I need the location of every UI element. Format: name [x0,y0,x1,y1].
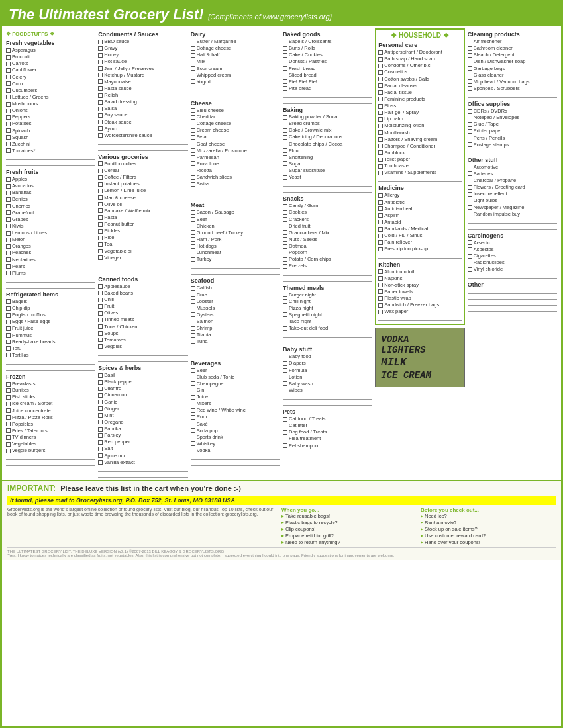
checkbox[interactable] [191,320,195,324]
checkbox[interactable] [468,40,472,44]
checkbox[interactable] [191,53,195,58]
checkbox[interactable] [283,86,287,91]
checkbox[interactable] [283,161,287,166]
checkbox[interactable] [191,217,195,222]
checkbox[interactable] [98,440,103,445]
checkbox[interactable] [98,113,103,118]
checkbox[interactable] [468,205,472,210]
checkbox[interactable] [468,116,472,120]
checkbox[interactable] [6,148,11,153]
checkbox[interactable] [378,64,383,68]
checkbox[interactable] [6,388,11,393]
checkbox[interactable] [6,340,11,344]
checkbox[interactable] [191,122,195,126]
checkbox[interactable] [6,75,11,79]
checkbox[interactable] [6,191,11,195]
checkbox[interactable] [283,66,287,71]
checkbox[interactable] [191,128,195,133]
checkbox[interactable] [6,95,11,99]
checkbox[interactable] [468,267,472,272]
checkbox[interactable] [468,261,472,265]
checkbox[interactable] [191,251,195,255]
checkbox[interactable] [98,400,103,404]
checkbox[interactable] [468,122,472,127]
checkbox[interactable] [468,136,472,140]
checkbox[interactable] [378,276,383,281]
checkbox[interactable] [283,135,287,140]
checkbox[interactable] [98,189,103,193]
checkbox[interactable] [98,93,103,98]
checkbox[interactable] [191,230,195,235]
checkbox[interactable] [283,224,287,228]
checkbox[interactable] [378,310,383,314]
checkbox[interactable] [378,240,383,245]
checkbox[interactable] [98,298,103,302]
checkbox[interactable] [98,344,103,349]
checkbox[interactable] [6,109,11,113]
checkbox[interactable] [6,68,11,73]
checkbox[interactable] [191,408,195,413]
checkbox[interactable] [191,135,195,140]
checkbox[interactable] [191,340,195,344]
checkbox[interactable] [191,257,195,262]
checkbox[interactable] [98,46,103,51]
checkbox[interactable] [6,306,11,311]
checkbox[interactable] [98,433,103,438]
checkbox[interactable] [378,50,383,55]
checkbox[interactable] [378,269,383,274]
checkbox[interactable] [191,428,195,433]
checkbox[interactable] [191,175,195,180]
checkbox[interactable] [191,286,195,291]
checkbox[interactable] [191,435,195,439]
checkbox[interactable] [283,210,287,215]
checkbox[interactable] [191,306,195,310]
checkbox[interactable] [6,257,11,262]
checkbox[interactable] [191,60,195,64]
checkbox[interactable] [98,387,103,391]
checkbox[interactable] [191,169,195,173]
checkbox[interactable] [283,155,287,159]
checkbox[interactable] [283,244,287,249]
checkbox[interactable] [98,291,103,295]
checkbox[interactable] [283,361,287,366]
checkbox[interactable] [283,60,287,64]
checkbox[interactable] [283,388,287,392]
checkbox[interactable] [191,293,195,297]
checkbox[interactable] [98,202,103,206]
checkbox[interactable] [378,97,383,101]
checkbox[interactable] [191,142,195,146]
checkbox[interactable] [98,373,103,378]
checkbox[interactable] [191,326,195,331]
checkbox[interactable] [378,171,383,175]
checkbox[interactable] [98,229,103,234]
checkbox[interactable] [283,443,287,448]
checkbox[interactable] [378,296,383,301]
checkbox[interactable] [378,70,383,75]
checkbox[interactable] [378,144,383,148]
checkbox[interactable] [6,382,11,387]
checkbox[interactable] [378,283,383,287]
checkbox[interactable] [6,326,11,331]
checkbox[interactable] [283,257,287,262]
checkbox[interactable] [378,158,383,162]
checkbox[interactable] [191,66,195,71]
checkbox[interactable] [378,117,383,122]
checkbox[interactable] [283,79,287,84]
checkbox[interactable] [98,249,103,253]
checkbox[interactable] [283,73,287,77]
checkbox[interactable] [6,142,11,146]
checkbox[interactable] [378,111,383,115]
checkbox[interactable] [283,237,287,242]
checkbox[interactable] [283,122,287,126]
checkbox[interactable] [378,220,383,224]
checkbox[interactable] [468,53,472,58]
checkbox[interactable] [98,40,103,44]
checkbox[interactable] [283,175,287,180]
checkbox[interactable] [468,109,472,114]
checkbox[interactable] [378,124,383,128]
checkbox[interactable] [191,441,195,446]
checkbox[interactable] [98,380,103,385]
checkbox[interactable] [6,264,11,269]
checkbox[interactable] [191,422,195,426]
checkbox[interactable] [6,184,11,189]
